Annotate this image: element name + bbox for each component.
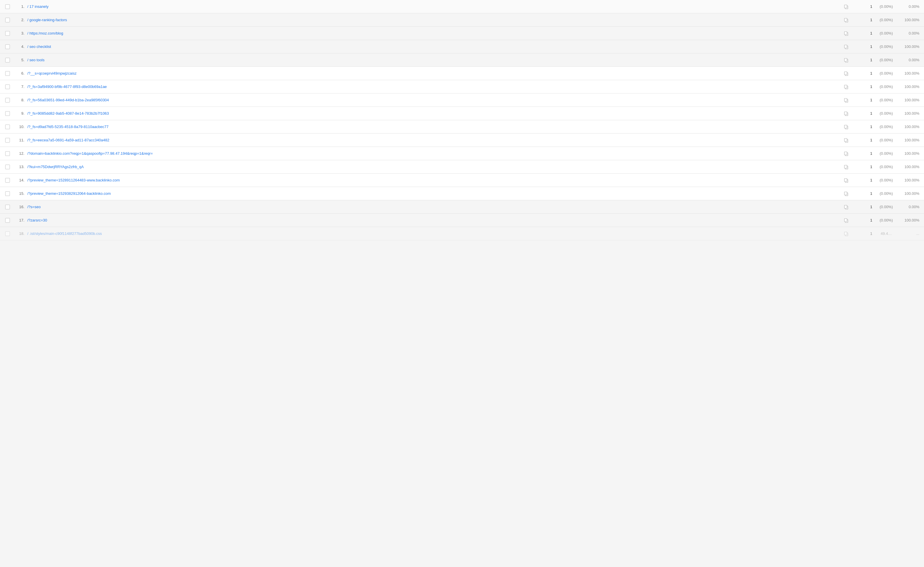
row-checkbox[interactable] (5, 178, 10, 183)
row-sessions: 1 (851, 44, 874, 49)
table-row: 7. /?_fs=3af94900-bf9b-4677-8f93-d8e00b6… (0, 80, 924, 93)
row-url-link[interactable]: / seo tools (27, 58, 44, 62)
row-checkbox[interactable] (5, 151, 10, 156)
row-number: 17. (15, 218, 26, 222)
row-checkbox-col (0, 191, 15, 196)
row-checkbox[interactable] (5, 124, 10, 129)
row-copy-cell (841, 164, 851, 170)
row-checkbox[interactable] (5, 98, 10, 102)
table-row: 6. /?__s=qcoeprvi49mpwjzcaisz 1 (0.00%) … (0, 67, 924, 80)
copy-button[interactable] (843, 110, 849, 117)
row-url-link[interactable]: /?__s=qcoeprvi49mpwjzcaisz (27, 71, 77, 75)
row-copy-cell (841, 204, 851, 210)
copy-button[interactable] (843, 177, 849, 183)
copy-button[interactable] (843, 3, 849, 10)
row-checkbox-col (0, 84, 15, 89)
row-number: 1. (15, 4, 26, 9)
row-sessions: 1 (851, 84, 874, 89)
row-sessions: 1 (851, 165, 874, 169)
copy-button[interactable] (843, 231, 849, 237)
copy-button[interactable] (843, 150, 849, 157)
row-checkbox[interactable] (5, 31, 10, 36)
row-url-link[interactable]: / 17 insanely (27, 4, 48, 9)
svg-rect-9 (844, 58, 847, 62)
copy-button[interactable] (843, 84, 849, 90)
copy-button[interactable] (843, 124, 849, 130)
svg-rect-11 (844, 72, 847, 75)
data-table: 1. / 17 insanely 1 (0.00%) 0.00% 2. (0, 0, 924, 240)
row-percent: (0.00%) (874, 18, 898, 22)
row-checkbox[interactable] (5, 111, 10, 116)
row-url-link[interactable]: /?kui=m75DdwrjRRYAgs2zfrb_qA (27, 165, 84, 169)
row-url-link[interactable]: /?preview_theme=1529382912064-backlinko.… (27, 191, 111, 196)
row-url-link[interactable]: / .ist/styles/main-c90f1148f277bad5090b.… (27, 231, 102, 236)
table-row: 11. /?_fs=eecea7a5-0691-4a59-ad11-87acc3… (0, 134, 924, 147)
row-sessions: 1 (851, 4, 874, 9)
copy-button[interactable] (843, 70, 849, 76)
row-url-link[interactable]: / seo checklist (27, 44, 51, 49)
svg-rect-33 (844, 219, 847, 222)
copy-button[interactable] (843, 57, 849, 63)
row-checkbox[interactable] (5, 4, 10, 9)
row-percent: (0.00%) (874, 178, 898, 182)
copy-button[interactable] (843, 204, 849, 210)
row-percent: (0.00%) (874, 138, 898, 142)
row-checkbox[interactable] (5, 84, 10, 89)
row-number: 13. (15, 165, 26, 169)
row-bounce-rate: 100.00% (898, 191, 924, 196)
row-checkbox-col (0, 58, 15, 62)
copy-button[interactable] (843, 97, 849, 104)
copy-button[interactable] (843, 44, 849, 50)
copy-button[interactable] (843, 217, 849, 224)
svg-rect-3 (844, 18, 847, 21)
row-url-link[interactable]: /?_fs=eecea7a5-0691-4a59-ad11-87acc340a4… (27, 138, 109, 142)
row-url-link[interactable]: /?_fs=d9ad7fd5-5235-4518-8a79-8110aacbec… (27, 124, 108, 129)
row-percent: (0.00%) (874, 4, 898, 9)
row-url-link[interactable]: /?_fs=56a03651-99ed-449d-b1ba-2ea985f603… (27, 98, 109, 102)
table-row: 8. /?_fs=56a03651-99ed-449d-b1ba-2ea985f… (0, 93, 924, 107)
row-bounce-rate: 100.00% (898, 165, 924, 169)
svg-rect-29 (844, 192, 847, 195)
row-url-link[interactable]: /?_fs=3af94900-bf9b-4677-8f93-d8e00b69a1… (27, 84, 107, 89)
row-url-link[interactable]: /?s=seo (27, 205, 41, 209)
row-checkbox[interactable] (5, 138, 10, 142)
row-checkbox-col (0, 124, 15, 129)
copy-button[interactable] (843, 190, 849, 197)
row-url-link[interactable]: / https:/moz.com/blog (27, 31, 63, 35)
row-copy-cell (841, 217, 851, 224)
copy-button[interactable] (843, 137, 849, 143)
row-checkbox[interactable] (5, 205, 10, 209)
row-percent: (0.00%) (874, 71, 898, 75)
row-url-link[interactable]: / google-ranking-factors (27, 18, 67, 22)
row-percent: (0.00%) (874, 151, 898, 156)
row-checkbox[interactable] (5, 18, 10, 22)
row-checkbox[interactable] (5, 58, 10, 62)
row-copy-cell (841, 57, 851, 63)
row-number: 2. (15, 18, 26, 22)
copy-button[interactable] (843, 17, 849, 23)
copy-button[interactable] (843, 164, 849, 170)
row-checkbox-col (0, 111, 15, 116)
row-url-link[interactable]: /?zarsrc=30 (27, 218, 47, 222)
row-checkbox[interactable] (5, 191, 10, 196)
row-percent: (0.00%) (874, 165, 898, 169)
row-checkbox-col (0, 31, 15, 36)
row-checkbox[interactable] (5, 44, 10, 49)
row-percent: (0.00%) (874, 31, 898, 35)
row-checkbox[interactable] (5, 71, 10, 76)
row-url-link[interactable]: /?preview_theme=1528911264483-www.backli… (27, 178, 120, 182)
row-number: 7. (15, 84, 26, 89)
row-url-link[interactable]: /?_fs=9085dd82-9ab5-4087-8e14-783b2b7f10… (27, 111, 109, 116)
row-sessions: 1 (851, 111, 874, 116)
row-number: 18. (15, 231, 26, 236)
row-sessions: 1 (851, 124, 874, 129)
table-row: 12. /?domain=backlinkio.com?reqp=1&qaspo… (0, 147, 924, 160)
row-copy-cell (841, 97, 851, 104)
row-checkbox[interactable] (5, 231, 10, 236)
row-checkbox[interactable] (5, 218, 10, 223)
table-row: 18. / .ist/styles/main-c90f1148f277bad50… (0, 227, 924, 240)
row-url-link[interactable]: /?domain=backlinkio.com?reqp=1&qaspoofip… (27, 151, 153, 156)
row-url-cell: /?_fs=9085dd82-9ab5-4087-8e14-783b2b7f10… (26, 109, 841, 118)
copy-button[interactable] (843, 30, 849, 37)
row-checkbox[interactable] (5, 165, 10, 169)
